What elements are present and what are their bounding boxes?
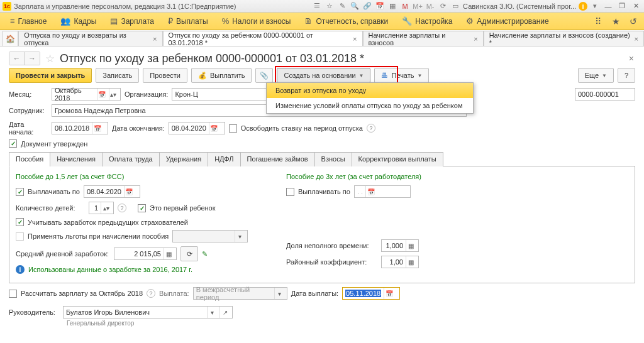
chevron-down-icon[interactable]: ▾ bbox=[274, 288, 284, 299]
toolbar-icon[interactable]: 📅 bbox=[375, 1, 385, 11]
calc-icon[interactable]: ▦ bbox=[164, 248, 174, 259]
refresh-button[interactable]: ⟳ bbox=[180, 246, 198, 261]
pay-button[interactable]: 💰Выплатить bbox=[191, 68, 252, 83]
prev-ins-checkbox[interactable]: ✓ bbox=[16, 218, 24, 226]
menu-salary[interactable]: ▤Зарплата bbox=[104, 14, 160, 29]
itab-posobiya[interactable]: Пособия bbox=[9, 152, 50, 166]
pay-until-field[interactable]: 08.04.2020📅 bbox=[84, 185, 140, 198]
avg-field[interactable]: 2 015,05▦ bbox=[114, 248, 177, 260]
apps-icon[interactable]: ⠿ bbox=[591, 14, 605, 28]
close-icon[interactable]: × bbox=[635, 35, 638, 43]
toolbar-icon[interactable]: 🔍 bbox=[350, 1, 360, 11]
pencil-icon[interactable]: ✎ bbox=[202, 250, 208, 258]
toolbar-icon[interactable]: ▦ bbox=[387, 1, 397, 11]
toolbar-icon[interactable]: ☰ bbox=[312, 1, 322, 11]
toolbar-icon[interactable]: M bbox=[400, 1, 410, 11]
close-page[interactable]: × bbox=[629, 53, 636, 63]
itab-pay[interactable]: Оплата труда bbox=[102, 152, 160, 166]
open-icon[interactable]: ↗ bbox=[219, 307, 230, 318]
dropdown-icon[interactable]: ▾ bbox=[590, 1, 600, 11]
pay-date-field[interactable]: 05.11.2018📅 bbox=[342, 287, 400, 300]
approved-checkbox[interactable]: ✓ bbox=[9, 139, 17, 148]
toolbar-icon[interactable]: 🔗 bbox=[362, 1, 372, 11]
help-icon[interactable]: ? bbox=[118, 204, 126, 212]
toolbar-icon[interactable]: ✎ bbox=[337, 1, 347, 11]
itab-loans[interactable]: Погашение займов bbox=[240, 152, 315, 166]
calendar-icon[interactable]: 📅 bbox=[92, 122, 102, 134]
tab[interactable]: Начисление зарплаты и взносов (создание)… bbox=[484, 31, 644, 46]
menu-admin[interactable]: ⚙Администрирование bbox=[460, 14, 555, 29]
calendar-icon[interactable]: 📅 bbox=[384, 288, 394, 299]
free-rate-checkbox[interactable] bbox=[229, 124, 237, 133]
end-date-field[interactable]: 08.04.2020📅 bbox=[169, 122, 225, 134]
menu-payments[interactable]: ₽Выплаты bbox=[162, 14, 214, 29]
itab-accruals[interactable]: Начисления bbox=[50, 152, 103, 166]
close-icon[interactable]: × bbox=[353, 35, 357, 43]
write-button[interactable]: Записать bbox=[96, 68, 139, 83]
pay-until-3-checkbox[interactable] bbox=[286, 188, 294, 196]
toolbar-icon[interactable]: M+ bbox=[413, 1, 423, 11]
used-data-link[interactable]: Использованы данные о заработке за 2016,… bbox=[28, 266, 192, 273]
menu-kadry[interactable]: 👥Кадры bbox=[54, 14, 103, 29]
apply-ben-checkbox[interactable] bbox=[16, 232, 24, 241]
close-icon[interactable]: × bbox=[153, 35, 157, 43]
post-and-close-button[interactable]: Провести и закрыть bbox=[9, 68, 92, 83]
itab-contrib[interactable]: Взносы bbox=[314, 152, 352, 166]
calendar-icon[interactable]: 📅 bbox=[365, 186, 375, 197]
calendar-icon[interactable]: 📅 bbox=[209, 122, 219, 134]
calc-icon[interactable]: ▦ bbox=[406, 240, 416, 251]
itab-ndfl[interactable]: НДФЛ bbox=[208, 152, 240, 166]
window-restore[interactable]: ❐ bbox=[616, 2, 628, 11]
tab-active[interactable]: Отпуск по уходу за ребенком 0000-000001 … bbox=[163, 31, 363, 46]
toolbar-icon[interactable]: ⟳ bbox=[438, 1, 448, 11]
calc-icon[interactable]: ▦ bbox=[406, 256, 416, 268]
dropdown-item-return[interactable]: Возврат из отпуска по уходу bbox=[267, 83, 473, 98]
itab-corr[interactable]: Корректировки выплаты bbox=[352, 152, 443, 166]
tab[interactable]: Отпуска по уходу и возвраты из отпуска× bbox=[18, 31, 162, 46]
history-icon[interactable]: ↺ bbox=[626, 14, 640, 28]
menu-reports[interactable]: 🗎Отчетность, справки bbox=[298, 14, 394, 29]
chevron-down-icon[interactable]: ▾ bbox=[207, 307, 217, 318]
create-on-basis-button[interactable]: Создать на основании▼ bbox=[277, 68, 370, 83]
help-icon[interactable]: ? bbox=[147, 289, 155, 298]
window-close[interactable]: ✕ bbox=[630, 2, 641, 11]
pay-until-3-field[interactable]: . .📅 bbox=[354, 185, 411, 198]
help-button[interactable]: ? bbox=[618, 68, 635, 83]
part-time-field[interactable]: 1,000▦ bbox=[381, 239, 419, 252]
month-field[interactable]: Октябрь 2018📅▴▾ bbox=[52, 88, 121, 101]
help-icon[interactable]: ? bbox=[367, 124, 375, 133]
post-button[interactable]: Провести bbox=[143, 68, 187, 83]
menu-main[interactable]: ≡Главное bbox=[4, 14, 53, 29]
head-field[interactable]: Булатов Игорь Виленович▾↗ bbox=[63, 306, 233, 318]
calendar-icon[interactable]: 📅 bbox=[97, 89, 106, 100]
close-icon[interactable]: × bbox=[474, 35, 477, 43]
toolbar-icon[interactable]: M- bbox=[425, 1, 435, 11]
toolbar-icon[interactable]: ☆ bbox=[325, 1, 335, 11]
stepper-icon[interactable]: ▴▾ bbox=[101, 202, 111, 214]
nav-forward[interactable]: → bbox=[25, 52, 40, 65]
nav-back[interactable]: ← bbox=[9, 52, 25, 65]
tab[interactable]: Начисление зарплаты и взносов× bbox=[363, 31, 484, 46]
print-button[interactable]: 🖶Печать▼ bbox=[374, 68, 429, 83]
info-icon[interactable]: i bbox=[579, 2, 587, 11]
region-field[interactable]: 1,00▦ bbox=[381, 256, 419, 268]
window-minimize[interactable]: — bbox=[602, 2, 614, 11]
stepper-icon[interactable]: ▴▾ bbox=[109, 89, 118, 100]
start-date-field[interactable]: 08.10.2018📅 bbox=[52, 122, 108, 134]
home-tab[interactable]: 🏠 bbox=[3, 31, 18, 46]
more-button[interactable]: Еще▼ bbox=[578, 68, 614, 83]
favorite-star-icon[interactable]: ☆ bbox=[45, 52, 55, 65]
pay-until-checkbox[interactable]: ✓ bbox=[16, 188, 24, 196]
payment-mode-field[interactable]: В межрасчетный период▾ bbox=[193, 287, 287, 300]
calc-salary-checkbox[interactable] bbox=[9, 290, 17, 298]
first-child-checkbox[interactable]: ✓ bbox=[138, 204, 146, 212]
attach-button[interactable]: 📎 bbox=[255, 68, 273, 83]
docnum-field[interactable]: 0000-000001 bbox=[575, 88, 635, 101]
star-icon[interactable]: ★ bbox=[609, 14, 623, 28]
dropdown-item-change[interactable]: Изменение условий оплаты отпуска по уход… bbox=[267, 98, 473, 113]
menu-settings[interactable]: 🔧Настройка bbox=[396, 14, 458, 29]
menu-tax[interactable]: %Налоги и взносы bbox=[216, 14, 297, 29]
children-field[interactable]: 1▴▾ bbox=[89, 202, 114, 214]
itab-deduct[interactable]: Удержания bbox=[159, 152, 208, 166]
calendar-icon[interactable]: 📅 bbox=[124, 186, 134, 197]
